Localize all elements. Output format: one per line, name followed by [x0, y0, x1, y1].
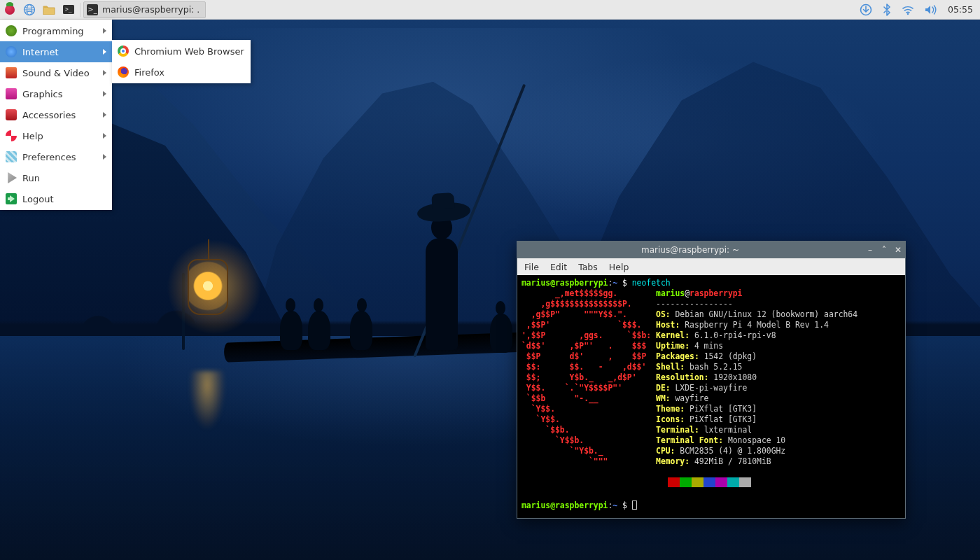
terminal-menu-help[interactable]: Help [609, 262, 629, 272]
ic-net-icon [6, 46, 17, 57]
terminal-window: marius@raspberrypi: ~ – ˄ ✕ FileEditTabs… [517, 241, 906, 519]
ic-ff-icon [118, 66, 129, 78]
svg-text:>_: >_ [65, 6, 72, 13]
menu-item-label: Logout [22, 194, 54, 204]
applications-menu-button[interactable] [0, 0, 20, 20]
volume-icon[interactable] [924, 4, 938, 15]
applications-submenu-internet: Chromium Web BrowserFirefox [112, 40, 251, 83]
raspberry-icon [4, 4, 16, 16]
ic-gfx-icon [6, 88, 17, 99]
terminal-menu-edit[interactable]: Edit [550, 262, 567, 272]
menu-item-accessories[interactable]: Accessories [0, 104, 112, 125]
submenu-item-label: Firefox [134, 67, 164, 78]
menu-item-sound-video[interactable]: Sound & Video [0, 62, 112, 83]
window-maximize-button[interactable]: ˄ [877, 245, 891, 255]
menu-item-programming[interactable]: Programming [0, 20, 112, 41]
menu-item-label: Preferences [22, 152, 76, 162]
taskbar-item-label: marius@raspberrypi: . [102, 4, 200, 15]
menu-item-help[interactable]: Help [0, 125, 112, 146]
globe-icon [23, 4, 36, 16]
menu-item-label: Accessories [22, 110, 76, 120]
menu-item-run[interactable]: Run [0, 167, 112, 188]
network-icon[interactable] [902, 4, 914, 15]
applications-menu: ProgrammingInternetSound & VideoGraphics… [0, 20, 112, 210]
menu-item-label: Programming [22, 26, 84, 36]
ic-pref-icon [6, 151, 17, 162]
ic-run-icon [6, 172, 17, 183]
terminal-menu-tabs[interactable]: Tabs [578, 262, 598, 272]
svg-point-6 [907, 13, 909, 14]
menu-item-label: Graphics [22, 89, 62, 99]
ic-snd-icon [6, 67, 17, 78]
submenu-item-label: Chromium Web Browser [134, 46, 244, 57]
terminal-launcher[interactable]: >_ [59, 0, 78, 20]
terminal-output[interactable]: marius@raspberrypi:~ $ neofetch _,met$$$… [517, 275, 905, 518]
ic-chrome-icon [118, 46, 129, 57]
file-manager-launcher[interactable] [39, 0, 59, 20]
menu-item-label: Internet [22, 47, 59, 57]
window-close-button[interactable]: ✕ [891, 245, 905, 255]
terminal-titlebar[interactable]: marius@raspberrypi: ~ – ˄ ✕ [517, 241, 905, 258]
window-minimize-button[interactable]: – [863, 245, 877, 255]
menu-item-label: Sound & Video [22, 68, 90, 78]
system-tray: 05:55 [860, 4, 980, 16]
folder-icon [43, 4, 55, 15]
taskbar-item-terminal[interactable]: >_ marius@raspberrypi: . [83, 1, 206, 18]
panel-clock[interactable]: 05:55 [948, 4, 973, 15]
ic-prog-icon [6, 25, 17, 36]
updates-icon[interactable] [860, 4, 872, 16]
submenu-item-chromium-web-browser[interactable]: Chromium Web Browser [112, 41, 251, 62]
menu-item-label: Help [22, 131, 43, 141]
submenu-item-firefox[interactable]: Firefox [112, 62, 251, 83]
terminal-menu-file[interactable]: File [524, 262, 539, 272]
ic-logout-icon [6, 193, 17, 204]
terminal-icon: >_ [62, 4, 75, 15]
menu-item-graphics[interactable]: Graphics [0, 83, 112, 104]
terminal-title: marius@raspberrypi: ~ [517, 245, 863, 255]
menu-item-label: Run [22, 173, 40, 183]
menu-item-preferences[interactable]: Preferences [0, 146, 112, 167]
menu-item-logout[interactable]: Logout [0, 188, 112, 209]
web-browser-launcher[interactable] [20, 0, 39, 20]
menu-item-internet[interactable]: Internet [0, 41, 112, 62]
ic-acc-icon [6, 109, 17, 120]
bluetooth-icon[interactable] [882, 4, 892, 16]
ic-help-icon [6, 130, 17, 141]
top-panel: >_ >_ marius@raspberrypi: . 05:55 [0, 0, 980, 20]
terminal-menubar: FileEditTabsHelp [517, 258, 905, 275]
terminal-icon: >_ [87, 4, 98, 15]
